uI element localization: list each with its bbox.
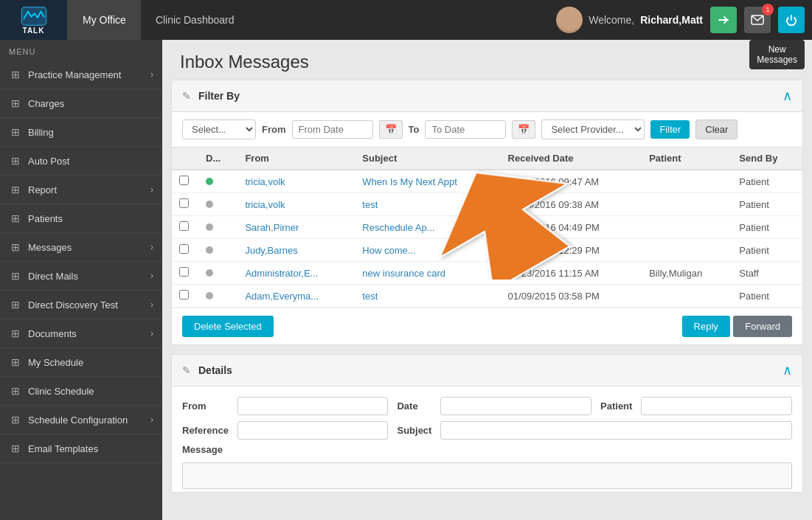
sidebar-item-patients[interactable]: ⊞ Patients — [0, 204, 162, 233]
grid-icon: ⊞ — [9, 385, 22, 397]
sidebar-item-documents[interactable]: ⊞ Documents › — [0, 319, 162, 348]
status-dot — [206, 201, 213, 208]
nav-tab-my-office[interactable]: My Office — [68, 0, 141, 40]
patient-detail-input[interactable] — [641, 397, 792, 415]
row-from-cell[interactable]: tricia,volk — [237, 193, 355, 216]
row-sendby-cell: Patient — [732, 285, 802, 308]
table-row[interactable]: Adam,Everyma... test 01/09/2015 03:58 PM… — [172, 285, 802, 308]
nav-tab-clinic-dashboard[interactable]: Clinic Dashboard — [141, 0, 249, 40]
row-subject-cell[interactable]: test — [355, 193, 500, 216]
sidebar-item-billing[interactable]: ⊞ Billing — [0, 118, 162, 147]
sidebar-item-direct-mails[interactable]: ⊞ Direct Mails › — [0, 262, 162, 291]
row-from-cell[interactable]: tricia,volk — [237, 170, 355, 193]
from-date-calendar-btn[interactable]: 📅 — [379, 120, 403, 139]
subject-link[interactable]: Reschedule Ap... — [362, 222, 434, 233]
from-link[interactable]: tricia,volk — [245, 176, 285, 187]
power-icon-button[interactable] — [778, 7, 805, 33]
patient-detail-label: Patient — [600, 401, 632, 412]
row-from-cell[interactable]: Adam,Everyma... — [237, 285, 355, 308]
sidebar-item-clinic-schedule[interactable]: ⊞ Clinic Schedule — [0, 377, 162, 406]
from-detail-input[interactable] — [237, 397, 389, 415]
subject-link[interactable]: test — [362, 291, 378, 302]
sidebar-label: Practice Management — [28, 69, 121, 80]
sidebar-item-report[interactable]: ⊞ Report › — [0, 176, 162, 204]
collapse-details-btn[interactable]: ∧ — [782, 362, 792, 378]
from-link[interactable]: Adam,Everyma... — [245, 291, 319, 302]
table-row[interactable]: Judy,Barnes How come... 03/24/2016 12:29… — [172, 239, 802, 262]
row-from-cell[interactable]: Administrator,E... — [237, 262, 355, 285]
delete-selected-button[interactable]: Delete Selected — [182, 316, 274, 337]
row-checkbox[interactable] — [179, 198, 189, 208]
mail-icon-button[interactable]: 1 — [744, 7, 771, 33]
sidebar-label: Clinic Schedule — [28, 386, 94, 397]
reference-detail-input[interactable] — [237, 421, 389, 440]
filter-type-select[interactable]: Select... — [182, 119, 256, 139]
row-subject-cell[interactable]: How come... — [355, 239, 500, 262]
row-dot-cell — [198, 262, 237, 285]
from-link[interactable]: Administrator,E... — [245, 268, 318, 279]
row-checkbox-cell[interactable] — [172, 170, 198, 193]
collapse-filter-btn[interactable]: ∧ — [782, 88, 792, 104]
sidebar-label: Auto Post — [28, 156, 69, 167]
table-header-row: D... From Subject Received Date Patient … — [172, 148, 802, 170]
sidebar-item-email-templates[interactable]: ⊞ Email Templates — [0, 434, 162, 463]
row-checkbox-cell[interactable] — [172, 239, 198, 262]
table-row[interactable]: Administrator,E... new insurance card 03… — [172, 262, 802, 285]
from-link[interactable]: Judy,Barnes — [245, 245, 297, 256]
sidebar-item-my-schedule[interactable]: ⊞ My Schedule — [0, 348, 162, 377]
row-checkbox[interactable] — [179, 290, 189, 299]
col-from: From — [237, 148, 355, 170]
forward-button[interactable]: Forward — [733, 316, 792, 337]
subject-link[interactable]: How come... — [362, 245, 415, 256]
row-subject-cell[interactable]: new insurance card — [355, 262, 500, 285]
subject-link[interactable]: test — [362, 199, 378, 210]
filter-panel-header: ✎ Filter By ∧ — [172, 80, 802, 112]
row-from-cell[interactable]: Judy,Barnes — [237, 239, 355, 262]
table-row[interactable]: Sarah,Pirner Reschedule Ap... 10/20/2016… — [172, 216, 802, 239]
to-date-input[interactable] — [425, 120, 506, 139]
from-link[interactable]: Sarah,Pirner — [245, 222, 299, 233]
clear-button[interactable]: Clear — [695, 119, 738, 139]
from-link[interactable]: tricia,volk — [245, 199, 285, 210]
provider-select[interactable]: Select Provider... — [541, 119, 645, 139]
sidebar-item-auto-post[interactable]: ⊞ Auto Post — [0, 147, 162, 176]
subject-link[interactable]: new insurance card — [362, 268, 445, 279]
action-icon-button[interactable] — [710, 7, 737, 33]
table-row[interactable]: tricia,volk test 11/04/2016 09:38 AM Pat… — [172, 193, 802, 216]
subject-detail-input[interactable] — [440, 421, 792, 440]
row-checkbox[interactable] — [179, 221, 189, 231]
row-checkbox[interactable] — [179, 176, 189, 185]
filter-button[interactable]: Filter — [650, 120, 690, 139]
row-checkbox-cell[interactable] — [172, 193, 198, 216]
grid-icon: ⊞ — [9, 327, 22, 339]
sidebar-item-direct-discovery[interactable]: ⊞ Direct Discovery Test › — [0, 291, 162, 319]
row-subject-cell[interactable]: Reschedule Ap... — [355, 216, 500, 239]
details-panel-header: ✎ Details ∧ — [172, 355, 802, 386]
top-nav: TALK My Office Clinic Dashboard Welcome,… — [0, 0, 812, 40]
date-detail-input[interactable] — [440, 397, 591, 415]
row-subject-cell[interactable]: When Is My Next Appt — [355, 170, 500, 193]
edit-icon[interactable]: ✎ — [182, 364, 191, 376]
row-checkbox[interactable] — [179, 267, 189, 277]
sidebar-item-practice-management[interactable]: ⊞ Practice Management › — [0, 60, 162, 89]
from-label: From — [262, 124, 286, 135]
table-row[interactable]: tricia,volk When Is My Next Appt 11/04/2… — [172, 170, 802, 193]
row-patient-cell — [642, 170, 732, 193]
logo[interactable]: TALK — [0, 0, 68, 40]
row-checkbox-cell[interactable] — [172, 285, 198, 308]
row-checkbox[interactable] — [179, 244, 189, 254]
sidebar-item-charges[interactable]: ⊞ Charges — [0, 89, 162, 118]
sidebar-item-schedule-config[interactable]: ⊞ Schedule Configuration › — [0, 406, 162, 434]
sidebar-item-messages[interactable]: ⊞ Messages › — [0, 233, 162, 262]
row-received-cell: 03/23/2016 11:15 AM — [501, 262, 642, 285]
row-checkbox-cell[interactable] — [172, 262, 198, 285]
edit-icon[interactable]: ✎ — [182, 90, 191, 102]
row-checkbox-cell[interactable] — [172, 216, 198, 239]
subject-link[interactable]: When Is My Next Appt — [362, 176, 457, 187]
row-from-cell[interactable]: Sarah,Pirner — [237, 216, 355, 239]
row-subject-cell[interactable]: test — [355, 285, 500, 308]
reply-button[interactable]: Reply — [682, 316, 730, 337]
details-grid: From Date Patient Reference Subject — [172, 386, 802, 444]
from-date-input[interactable] — [292, 120, 373, 139]
to-date-calendar-btn[interactable]: 📅 — [512, 120, 535, 139]
